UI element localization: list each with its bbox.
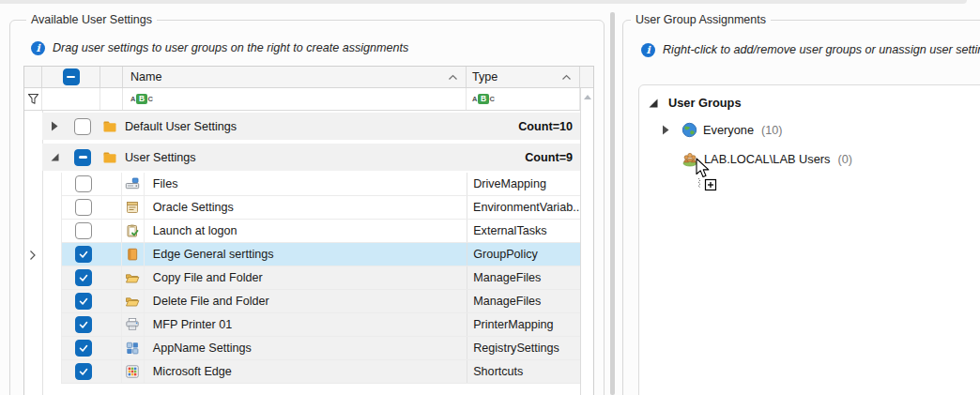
user-groups-tree: User Groups Everyone (10) bbox=[638, 84, 980, 395]
sort-ascending-icon bbox=[561, 74, 572, 81]
info-icon: i bbox=[31, 41, 45, 55]
table-row[interactable]: Launch at logon ExternalTasks bbox=[24, 220, 593, 243]
text-filter-icon: ABC bbox=[130, 94, 153, 105]
row-checkbox[interactable] bbox=[75, 363, 92, 380]
table-row[interactable]: Copy File and Folder ManageFiles bbox=[24, 266, 593, 290]
group-checkbox[interactable] bbox=[74, 118, 91, 135]
header-icon-cell bbox=[100, 67, 123, 87]
table-row[interactable]: Oracle Settings EnvironmentVariab... bbox=[24, 196, 593, 220]
expand-collapsed-icon[interactable] bbox=[51, 121, 60, 131]
row-checkbox[interactable] bbox=[75, 293, 92, 310]
group-row-default-user-settings[interactable]: Default User Settings Count=10 bbox=[24, 113, 593, 140]
filter-button[interactable] bbox=[24, 88, 42, 110]
header-scrollbar-cell bbox=[580, 67, 593, 87]
select-all-checkbox[interactable] bbox=[63, 68, 80, 85]
group-count: Count=10 bbox=[518, 120, 573, 133]
filter-checkbox-cell bbox=[42, 88, 100, 110]
apps-grid-icon bbox=[122, 360, 145, 383]
vertical-scrollbar[interactable] bbox=[580, 88, 593, 395]
table-row[interactable]: AppName Settings RegistrySettings bbox=[24, 337, 593, 360]
globe-icon bbox=[681, 122, 697, 138]
tree-item-everyone[interactable]: Everyone (10) bbox=[662, 122, 782, 138]
select-all-checkbox-cell[interactable] bbox=[42, 67, 100, 87]
policy-book-icon bbox=[122, 243, 145, 266]
row-checkbox[interactable] bbox=[75, 246, 92, 263]
column-header-type[interactable]: Type bbox=[467, 67, 580, 87]
name-filter-input[interactable]: ABC bbox=[123, 88, 467, 110]
filter-icon-cell bbox=[100, 88, 123, 110]
user-settings-grid: Name Type ABC ABC bbox=[23, 66, 594, 395]
expand-expanded-icon[interactable] bbox=[649, 99, 660, 108]
table-row[interactable]: Microsoft Edge Shortcuts bbox=[24, 360, 593, 384]
open-folder-icon bbox=[122, 290, 145, 312]
top-divider bbox=[0, 0, 967, 4]
scroll-up-icon[interactable] bbox=[584, 95, 591, 99]
row-checkbox[interactable] bbox=[75, 269, 92, 286]
group-label: Default User Settings bbox=[125, 120, 237, 133]
table-row[interactable]: Delete File and Folder ManageFiles bbox=[24, 290, 593, 313]
printer-icon bbox=[122, 313, 145, 336]
filter-row: ABC ABC bbox=[24, 88, 593, 111]
group-checkbox[interactable] bbox=[74, 149, 91, 166]
row-checkbox[interactable] bbox=[75, 340, 92, 357]
row-checkbox[interactable] bbox=[75, 316, 92, 333]
expand-expanded-icon[interactable] bbox=[51, 153, 60, 161]
left-panel-title: Available User Settings bbox=[26, 13, 157, 27]
row-checkbox[interactable] bbox=[75, 222, 92, 239]
type-filter-input[interactable]: ABC bbox=[467, 88, 580, 110]
column-header-name[interactable]: Name bbox=[123, 67, 467, 87]
group-count: Count=9 bbox=[525, 151, 573, 164]
folder-icon bbox=[102, 119, 117, 134]
table-row[interactable]: Files DriveMapping bbox=[24, 173, 593, 196]
info-icon: i bbox=[641, 43, 655, 57]
table-row[interactable]: MFP Printer 01 PrinterMapping bbox=[24, 313, 593, 337]
grid-header: Name Type bbox=[24, 67, 593, 88]
focused-row-indicator bbox=[29, 250, 36, 260]
right-info-bar: i Right-click to add/remove user groups … bbox=[641, 42, 980, 57]
group-label: User Settings bbox=[125, 151, 196, 164]
registry-icon bbox=[122, 337, 145, 359]
row-checkbox[interactable] bbox=[75, 175, 92, 192]
funnel-icon bbox=[27, 93, 39, 105]
text-filter-icon: ABC bbox=[472, 94, 495, 105]
task-check-icon bbox=[122, 220, 145, 242]
left-info-bar: i Drag user settings to user groups on t… bbox=[31, 40, 408, 55]
tree-root-user-groups[interactable]: User Groups bbox=[649, 96, 742, 110]
right-panel-title: User Group Assignments bbox=[631, 13, 771, 27]
expand-collapsed-icon[interactable] bbox=[662, 125, 673, 135]
folder-icon bbox=[102, 150, 117, 165]
group-row-user-settings[interactable]: User Settings Count=9 bbox=[24, 144, 593, 171]
environment-icon bbox=[122, 196, 145, 219]
right-info-text: Right-click to add/remove user groups or… bbox=[663, 43, 980, 56]
table-row[interactable]: Edge General serttings GroupPolicy bbox=[24, 243, 593, 266]
tree-item-lab-users[interactable]: LAB.LOCAL\LAB Users (0) bbox=[662, 151, 852, 167]
left-info-text: Drag user settings to user groups on the… bbox=[53, 41, 408, 54]
splitter[interactable] bbox=[610, 12, 615, 395]
drag-copy-cursor bbox=[696, 158, 722, 194]
row-checkbox[interactable] bbox=[75, 199, 92, 216]
sort-ascending-icon bbox=[448, 74, 458, 81]
open-folder-icon bbox=[122, 266, 145, 289]
header-indicator-cell bbox=[24, 67, 42, 87]
drive-icon bbox=[122, 173, 145, 195]
